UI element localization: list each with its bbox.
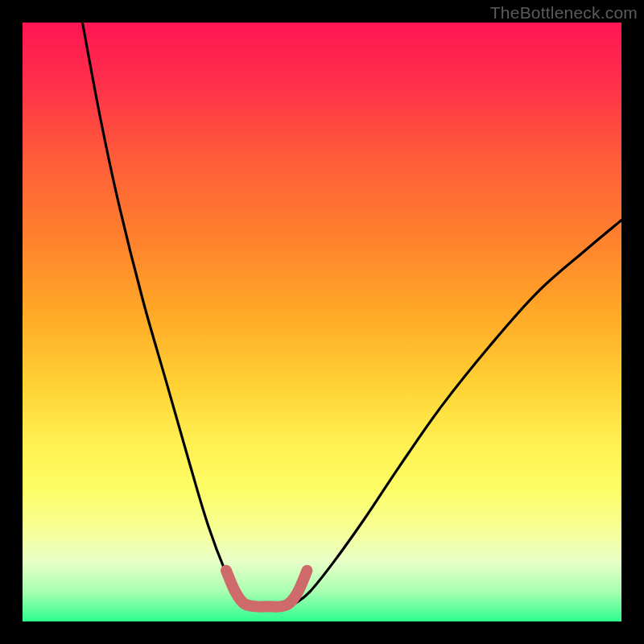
- watermark-text: TheBottleneck.com: [490, 3, 638, 23]
- right-curve: [295, 221, 621, 604]
- curve-layer: [23, 23, 621, 621]
- trough-highlight: [226, 571, 307, 607]
- left-curve: [82, 23, 247, 604]
- chart-frame: TheBottleneck.com: [0, 0, 644, 644]
